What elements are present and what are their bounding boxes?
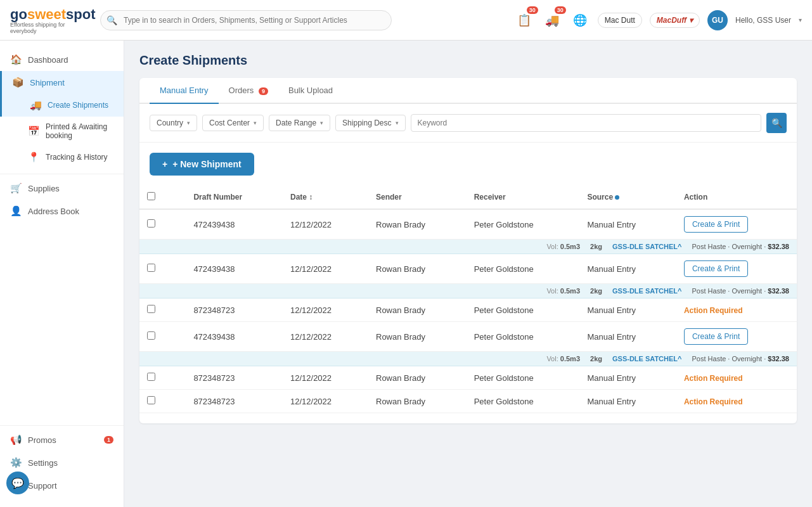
sidebar-item-create-shipments[interactable]: 🚚 Create Shipments <box>0 94 124 117</box>
detail-service: Post Haste · Overnight · $32.38 <box>692 355 790 363</box>
account-chevron-icon: ▾ <box>689 16 693 25</box>
shipment-icon: 📦 <box>12 77 23 88</box>
row-receiver: Peter Goldstone <box>467 209 580 240</box>
create-print-button[interactable]: Create & Print <box>684 216 748 233</box>
filters-bar: Country ▾ Cost Center ▾ Date Range ▾ Shi… <box>139 104 797 143</box>
sidebar-item-supplies[interactable]: 🛒 Supplies <box>0 177 124 200</box>
detail-row: Vol: 0.5m3 2kg GSS-DLE SATCHEL^ Post Has… <box>139 284 797 298</box>
row-source: Manual Entry <box>579 390 676 413</box>
cost-center-filter[interactable]: Cost Center ▾ <box>202 115 264 131</box>
topbar: gosweetspot Effortless shipping for ever… <box>0 0 812 41</box>
keyword-input[interactable] <box>411 114 762 132</box>
sidebar-item-settings[interactable]: ⚙️ Settings <box>0 451 124 474</box>
orders-notification-icon[interactable]: 📋 30 <box>514 10 534 30</box>
search-wrap: 🔍 <box>100 10 392 30</box>
sidebar-item-label: Shipment <box>30 78 65 87</box>
row-date: 12/12/2022 <box>283 322 368 352</box>
chat-float-button[interactable]: 💬 <box>6 472 29 494</box>
date-range-filter[interactable]: Date Range ▾ <box>269 115 330 131</box>
row-indicator <box>163 209 186 240</box>
shipments-notification-icon[interactable]: 🚚 30 <box>542 10 562 30</box>
th-indicator <box>163 186 186 209</box>
detail-row: Vol: 0.5m3 2kg GSS-DLE SATCHEL^ Post Has… <box>139 240 797 254</box>
shipments-table-wrap: Draft Number Date ↕ Sender Receiver Sour… <box>139 186 797 423</box>
row-indicator <box>163 390 186 413</box>
row-sender: Rowan Brady <box>368 390 467 413</box>
tabs: Manual Entry Orders 9 Bulk Upload <box>139 78 797 104</box>
plus-icon: + <box>162 159 167 169</box>
row-checkbox[interactable] <box>147 396 155 404</box>
th-sender: Sender <box>368 186 467 209</box>
cost-center-chevron-icon: ▾ <box>254 120 257 126</box>
settings-icon: ⚙️ <box>10 457 22 468</box>
sidebar-item-shipment[interactable]: 📦 Shipment <box>0 71 124 94</box>
row-action: Create & Print <box>676 209 797 240</box>
country-chevron-icon: ▾ <box>187 120 190 126</box>
row-checkbox[interactable] <box>147 331 155 340</box>
dashboard-icon: 🏠 <box>10 54 22 65</box>
action-required-label: Action Required <box>684 306 743 315</box>
new-shipment-button[interactable]: + + New Shipment <box>150 153 254 176</box>
select-all-checkbox[interactable] <box>147 192 155 200</box>
sidebar-item-dashboard[interactable]: 🏠 Dashboard <box>0 48 124 71</box>
shipping-desc-filter[interactable]: Shipping Desc ▾ <box>335 115 405 131</box>
table-row: 872348723 12/12/2022 Rowan Brady Peter G… <box>139 390 797 413</box>
sidebar-item-promos[interactable]: 📢 Promos 1 <box>0 428 124 451</box>
create-print-button[interactable]: Create & Print <box>684 260 748 277</box>
address-book-icon: 👤 <box>10 205 22 217</box>
row-indicator <box>163 366 186 390</box>
tab-bulk-upload[interactable]: Bulk Upload <box>278 78 343 103</box>
row-checkbox[interactable] <box>147 373 155 381</box>
row-sender: Rowan Brady <box>368 209 467 240</box>
globe-icon[interactable]: 🌐 <box>570 10 590 30</box>
row-receiver: Peter Goldstone <box>467 322 580 352</box>
account-selector[interactable]: MacDuff ▾ <box>650 13 700 28</box>
row-date: 12/12/2022 <box>283 366 368 390</box>
detail-weight: 2kg <box>590 287 602 295</box>
keyword-search-button[interactable]: 🔍 <box>766 113 787 133</box>
printed-icon: 📅 <box>28 125 39 137</box>
row-action: Action Required <box>676 390 797 413</box>
detail-carrier: GSS-DLE SATCHEL^ <box>612 243 682 250</box>
row-action: Create & Print <box>676 254 797 284</box>
sidebar-item-printed-awaiting[interactable]: 📅 Printed & Awaiting booking <box>0 117 124 146</box>
row-action: Create & Print <box>676 322 797 352</box>
country-filter[interactable]: Country ▾ <box>150 115 197 131</box>
create-print-button[interactable]: Create & Print <box>684 328 748 345</box>
row-checkbox[interactable] <box>147 219 155 228</box>
row-draft-number: 872348723 <box>186 390 283 413</box>
row-indicator <box>163 254 186 284</box>
row-checkbox[interactable] <box>147 305 155 313</box>
row-checkbox[interactable] <box>147 264 155 272</box>
search-input[interactable] <box>100 10 392 30</box>
user-account-selector[interactable]: Mac Dutt <box>598 13 642 28</box>
tab-orders[interactable]: Orders 9 <box>219 78 278 103</box>
row-indicator <box>163 322 186 352</box>
row-source: Manual Entry <box>579 209 676 240</box>
table-row: 872348723 12/12/2022 Rowan Brady Peter G… <box>139 298 797 322</box>
row-draft-number: 872348723 <box>186 298 283 322</box>
sidebar: 🏠 Dashboard 📦 Shipment 🚚 Create Shipment… <box>0 41 124 507</box>
detail-weight: 2kg <box>590 243 602 250</box>
search-icon: 🔍 <box>106 15 117 25</box>
shipments-card: Manual Entry Orders 9 Bulk Upload Countr… <box>139 78 797 423</box>
tab-manual-entry[interactable]: Manual Entry <box>150 78 219 104</box>
row-receiver: Peter Goldstone <box>467 390 580 413</box>
row-sender: Rowan Brady <box>368 322 467 352</box>
topbar-icons: 📋 30 🚚 30 🌐 Mac Dutt MacDuff ▾ GU Hello,… <box>514 10 802 30</box>
th-source: Source <box>579 186 676 209</box>
detail-service: Post Haste · Overnight · $32.38 <box>692 287 790 295</box>
shipments-table: Draft Number Date ↕ Sender Receiver Sour… <box>139 186 797 413</box>
logo: gosweetspot Effortless shipping for ever… <box>10 6 93 34</box>
user-name-label: Mac Dutt <box>605 16 635 25</box>
row-action: Action Required <box>676 298 797 322</box>
sidebar-item-address-book[interactable]: 👤 Address Book <box>0 200 124 222</box>
sidebar-item-tracking-history[interactable]: 📍 Tracking & History <box>0 146 124 169</box>
row-date: 12/12/2022 <box>283 390 368 413</box>
row-source: Manual Entry <box>579 322 676 352</box>
hello-label: Hello, GSS User <box>735 16 791 25</box>
row-source: Manual Entry <box>579 254 676 284</box>
avatar[interactable]: GU <box>707 10 728 30</box>
th-receiver: Receiver <box>467 186 580 209</box>
sidebar-item-label: Printed & Awaiting booking <box>46 122 113 140</box>
